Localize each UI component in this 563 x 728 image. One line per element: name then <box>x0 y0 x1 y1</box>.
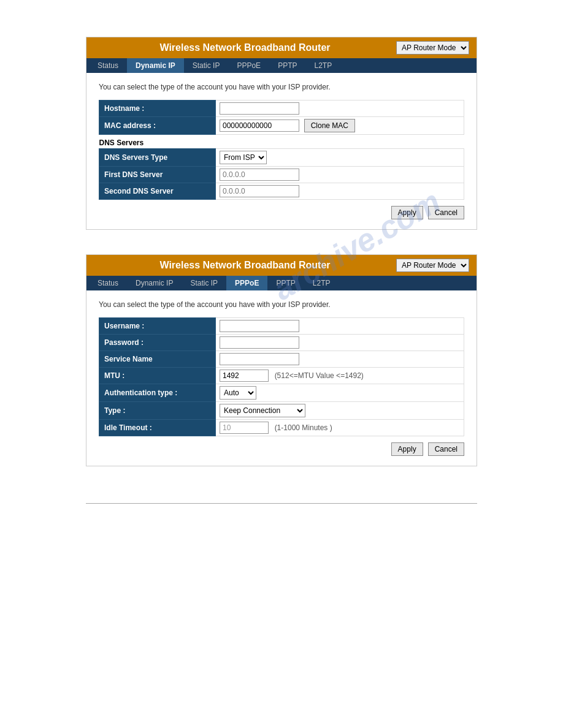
hostname-row: Hostname : <box>99 100 464 117</box>
service-name-label: Service Name <box>99 351 216 368</box>
dns-section-label: DNS Servers <box>99 135 464 149</box>
service-name-input[interactable] <box>220 353 299 365</box>
first-dns-label: First DNS Server <box>99 167 216 183</box>
idle-timeout-cell: (1-1000 Minutes ) <box>216 420 464 436</box>
panel-pppoe: Wireless Network Broadband Router AP Rou… <box>86 254 477 466</box>
password-row: Password : <box>99 335 464 351</box>
type-select[interactable]: Keep Connection On Demand Manual <box>220 404 305 417</box>
panel-dynamic-ip: Wireless Network Broadband Router AP Rou… <box>86 37 477 230</box>
first-dns-cell <box>216 167 464 183</box>
dns-type-row: DNS Servers Type From ISP Manual <box>99 149 464 167</box>
cancel-button-1[interactable]: Cancel <box>428 206 464 219</box>
idle-timeout-input[interactable] <box>220 422 269 434</box>
dns-type-cell: From ISP Manual <box>216 149 464 167</box>
idle-timeout-note: (1-1000 Minutes ) <box>275 423 332 432</box>
form-table-2: Username : Password : Serv <box>99 317 464 436</box>
panel-body-1: You can select the type of the account y… <box>86 73 477 229</box>
hostname-input[interactable] <box>220 102 299 115</box>
username-input[interactable] <box>220 320 299 332</box>
hostname-label: Hostname : <box>99 100 216 117</box>
type-cell: Keep Connection On Demand Manual <box>216 402 464 420</box>
ap-router-mode-select-2[interactable]: AP Router Mode <box>396 259 469 272</box>
button-row-2: Apply Cancel <box>99 442 464 456</box>
panel-header-1: Wireless Network Broadband Router AP Rou… <box>86 37 477 58</box>
form-table-1: Hostname : MAC address : Clone MAC <box>99 100 464 200</box>
panel-title-1: Wireless Network Broadband Router <box>94 42 396 53</box>
panel-title-2: Wireless Network Broadband Router <box>94 260 396 271</box>
idle-timeout-row: Idle Timeout : (1-1000 Minutes ) <box>99 420 464 436</box>
username-row: Username : <box>99 318 464 335</box>
mtu-cell: (512<=MTU Value <=1492) <box>216 368 464 384</box>
mac-cell: Clone MAC <box>216 117 464 135</box>
panel-body-2: You can select the type of the account y… <box>86 290 477 466</box>
clone-mac-button[interactable]: Clone MAC <box>304 119 355 132</box>
apply-button-1[interactable]: Apply <box>391 206 423 219</box>
first-dns-row: First DNS Server <box>99 167 464 183</box>
intro-text-1: You can select the type of the account y… <box>99 83 464 91</box>
auth-type-label: Authentication type : <box>99 384 216 402</box>
tab-static-ip-1[interactable]: Static IP <box>184 58 229 73</box>
panel-nav-2: Status Dynamic IP Static IP PPPoE PPTP L… <box>86 276 477 290</box>
tab-dynamic-ip-2[interactable]: Dynamic IP <box>127 276 182 290</box>
auth-type-select[interactable]: Auto PAP CHAP <box>220 386 256 400</box>
service-name-cell <box>216 351 464 368</box>
tab-static-ip-2[interactable]: Static IP <box>182 276 226 290</box>
type-label: Type : <box>99 402 216 420</box>
username-label: Username : <box>99 318 216 335</box>
apply-button-2[interactable]: Apply <box>391 442 423 456</box>
service-name-row: Service Name <box>99 351 464 368</box>
panel-header-2: Wireless Network Broadband Router AP Rou… <box>86 255 477 276</box>
tab-l2tp-1[interactable]: L2TP <box>305 58 340 73</box>
tab-pptp-1[interactable]: PPTP <box>269 58 305 73</box>
panel-nav-1: Status Dynamic IP Static IP PPPoE PPTP L… <box>86 58 477 73</box>
second-dns-cell <box>216 183 464 200</box>
second-dns-input[interactable] <box>220 185 299 197</box>
mtu-label: MTU : <box>99 368 216 384</box>
intro-text-2: You can select the type of the account y… <box>99 300 464 309</box>
tab-l2tp-2[interactable]: L2TP <box>304 276 339 290</box>
tab-dynamic-ip-1[interactable]: Dynamic IP <box>127 58 184 73</box>
mtu-input[interactable] <box>220 370 269 382</box>
mac-row: MAC address : Clone MAC <box>99 117 464 135</box>
password-label: Password : <box>99 335 216 351</box>
tab-pppoe-1[interactable]: PPPoE <box>228 58 269 73</box>
cancel-button-2[interactable]: Cancel <box>428 442 464 456</box>
username-cell <box>216 318 464 335</box>
dns-section-row: DNS Servers <box>99 135 464 149</box>
hostname-cell <box>216 100 464 117</box>
tab-pptp-2[interactable]: PPTP <box>267 276 304 290</box>
mac-input[interactable] <box>220 119 299 132</box>
dns-type-select[interactable]: From ISP Manual <box>220 151 267 164</box>
mac-label: MAC address : <box>99 117 216 135</box>
second-dns-label: Second DNS Server <box>99 183 216 200</box>
mtu-row: MTU : (512<=MTU Value <=1492) <box>99 368 464 384</box>
tab-status-2[interactable]: Status <box>89 276 127 290</box>
tab-pppoe-2[interactable]: PPPoE <box>226 276 267 290</box>
button-row-1: Apply Cancel <box>99 206 464 219</box>
mtu-note: (512<=MTU Value <=1492) <box>275 371 364 380</box>
first-dns-input[interactable] <box>220 169 299 181</box>
ap-router-mode-select-1[interactable]: AP Router Mode <box>396 41 469 55</box>
idle-timeout-label: Idle Timeout : <box>99 420 216 436</box>
auth-type-cell: Auto PAP CHAP <box>216 384 464 402</box>
tab-status-1[interactable]: Status <box>89 58 127 73</box>
second-dns-row: Second DNS Server <box>99 183 464 200</box>
dns-type-label: DNS Servers Type <box>99 149 216 167</box>
password-cell <box>216 335 464 351</box>
bottom-rule <box>86 503 477 504</box>
type-row: Type : Keep Connection On Demand Manual <box>99 402 464 420</box>
password-input[interactable] <box>220 336 299 349</box>
auth-type-row: Authentication type : Auto PAP CHAP <box>99 384 464 402</box>
